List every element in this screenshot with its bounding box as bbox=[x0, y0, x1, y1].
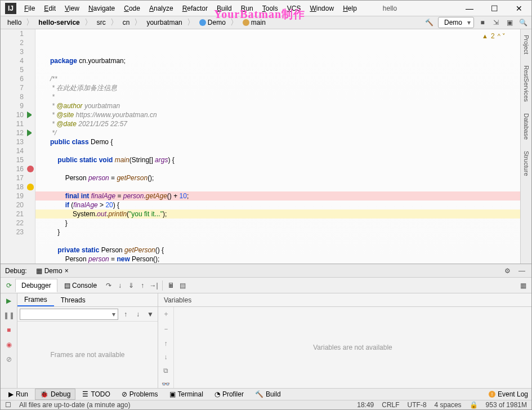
minimize-button[interactable]: — bbox=[457, 1, 482, 16]
menu-navigate[interactable]: Navigate bbox=[85, 3, 118, 14]
code-line-14[interactable]: Person person = getPerson(); bbox=[50, 173, 520, 182]
gutter-line-3[interactable]: 3 bbox=[1, 47, 35, 56]
line-separator[interactable]: CRLF bbox=[382, 401, 399, 409]
gutter-line-18[interactable]: 18 bbox=[1, 182, 35, 191]
step-out-icon[interactable]: ↑ bbox=[137, 280, 147, 291]
gutter-line-6[interactable]: 6 bbox=[1, 74, 35, 83]
breadcrumb-hello-service[interactable]: hello-service bbox=[35, 17, 83, 28]
stop-debug-icon[interactable]: ■ bbox=[4, 325, 14, 335]
console-tab[interactable]: ▤ Console bbox=[59, 279, 102, 292]
pause-icon[interactable]: ❚❚ bbox=[4, 310, 14, 320]
breadcrumb-src[interactable]: src bbox=[93, 17, 109, 28]
problems-tab[interactable]: ⊘ Problems bbox=[117, 389, 163, 399]
gutter-line-19[interactable]: 19 bbox=[1, 191, 35, 200]
run-gutter-icon[interactable] bbox=[27, 112, 34, 118]
code-line-20[interactable]: } bbox=[50, 228, 520, 237]
gutter-line-4[interactable]: 4 bbox=[1, 56, 35, 65]
code-line-3[interactable]: /** bbox=[50, 74, 520, 83]
menu-code[interactable]: Code bbox=[120, 3, 144, 14]
breakpoint-icon[interactable] bbox=[27, 166, 34, 172]
lock-icon[interactable]: 🔒 bbox=[470, 401, 478, 409]
gutter-line-7[interactable]: 7 bbox=[1, 83, 35, 92]
code-line-8[interactable]: * @date 2021/1/25 22:57 bbox=[50, 119, 520, 128]
code-line-1[interactable]: package cn.yourbatman; bbox=[50, 56, 520, 65]
menu-help[interactable]: Help bbox=[339, 3, 360, 14]
attach-icon[interactable]: ⇲ bbox=[491, 17, 501, 28]
gutter-line-17[interactable]: 17 bbox=[1, 173, 35, 182]
filter-icon[interactable]: ▼ bbox=[145, 309, 155, 319]
up-watch-icon[interactable]: ↑ bbox=[164, 340, 168, 347]
close-button[interactable]: ✕ bbox=[507, 1, 531, 16]
debugger-tab[interactable]: Debugger bbox=[15, 279, 57, 292]
breakpoints-icon[interactable]: ◉ bbox=[4, 340, 14, 350]
frames-subtab[interactable]: Frames bbox=[17, 294, 54, 306]
status-toggle-icon[interactable]: ☐ bbox=[5, 401, 11, 409]
caret-position[interactable]: 18:49 bbox=[357, 401, 374, 409]
force-step-icon[interactable]: ⇓ bbox=[126, 280, 136, 291]
menu-edit[interactable]: Edit bbox=[41, 3, 59, 14]
run-config-select[interactable]: Demo bbox=[438, 17, 474, 28]
next-frame-icon[interactable]: ↓ bbox=[133, 309, 143, 319]
step-into-icon[interactable]: ↓ bbox=[115, 280, 125, 291]
gutter-line-13[interactable]: 13 bbox=[1, 137, 35, 146]
breadcrumb-hello[interactable]: hello bbox=[4, 17, 25, 28]
code-line-4[interactable]: * 在此处添加备注信息 bbox=[50, 83, 520, 92]
memory-indicator[interactable]: 953 of 1981M bbox=[486, 401, 527, 409]
debug-tab[interactable]: 🐞 Debug bbox=[35, 389, 75, 400]
toolwindow-structure[interactable]: Structure bbox=[523, 151, 530, 176]
gutter-line-15[interactable]: 15 bbox=[1, 155, 35, 164]
code-line-21[interactable] bbox=[50, 237, 520, 246]
resume-icon[interactable]: ▶ bbox=[4, 296, 14, 306]
menu-file[interactable]: File bbox=[21, 3, 38, 14]
indent[interactable]: 4 spaces bbox=[435, 401, 462, 409]
code-line-12[interactable]: public static void main(String[] args) { bbox=[50, 155, 520, 164]
gutter-line-16[interactable]: 16 bbox=[1, 164, 35, 173]
menu-view[interactable]: View bbox=[61, 3, 83, 14]
rerun-icon[interactable]: ⟳ bbox=[4, 280, 14, 291]
code-line-23[interactable]: Person person = new Person(); bbox=[50, 255, 520, 264]
add-watch-icon[interactable]: ＋ bbox=[163, 309, 169, 319]
gutter-line-5[interactable]: 5 bbox=[1, 65, 35, 74]
code-line-7[interactable]: * @site https://www.yourbatman.cn bbox=[50, 110, 520, 119]
gutter-line-1[interactable]: 1 bbox=[1, 29, 35, 38]
inspection-badge[interactable]: ▲ 2 ^ ˅ bbox=[482, 32, 506, 41]
run-to-cursor-icon[interactable]: →| bbox=[149, 280, 159, 291]
code-line-19[interactable]: } bbox=[50, 219, 520, 228]
copy-icon[interactable]: ⧉ bbox=[163, 367, 168, 375]
gutter-line-23[interactable]: 23 bbox=[1, 228, 35, 237]
mute-bp-icon[interactable]: ⊘ bbox=[4, 354, 14, 364]
gutter-line-22[interactable]: 22 bbox=[1, 219, 35, 228]
debug-run-tab[interactable]: ▦ Demo × bbox=[32, 266, 73, 276]
glasses-icon[interactable]: 👓 bbox=[162, 380, 170, 388]
code-line-11[interactable] bbox=[50, 146, 520, 155]
down-watch-icon[interactable]: ↓ bbox=[164, 353, 168, 361]
gutter-line-14[interactable]: 14 bbox=[1, 146, 35, 155]
toolwindow-project[interactable]: Project bbox=[523, 35, 530, 54]
terminal-tab[interactable]: ▣ Terminal bbox=[165, 389, 208, 399]
breadcrumb-yourbatman[interactable]: yourbatman bbox=[143, 17, 185, 28]
step-over-icon[interactable]: ↷ bbox=[104, 280, 114, 291]
code-line-5[interactable]: * bbox=[50, 92, 520, 101]
hide-icon[interactable]: — bbox=[517, 266, 527, 276]
menu-window[interactable]: Window bbox=[306, 3, 337, 14]
menu-refactor[interactable]: Refactor bbox=[179, 3, 211, 14]
code-line-17[interactable]: if (finalAge > 20) { bbox=[50, 200, 520, 210]
intention-bulb-icon[interactable] bbox=[27, 184, 34, 190]
code-line-10[interactable]: public class Demo { bbox=[50, 137, 520, 146]
run-tab[interactable]: ▶ Run bbox=[4, 389, 33, 399]
gutter-line-20[interactable]: 20 bbox=[1, 200, 35, 210]
threads-subtab[interactable]: Threads bbox=[54, 295, 92, 306]
code-line-9[interactable]: */ bbox=[50, 128, 520, 137]
build-tab[interactable]: 🔨 Build bbox=[251, 389, 285, 399]
code-line-6[interactable]: * @author yourbatman bbox=[50, 101, 520, 110]
remove-watch-icon[interactable]: － bbox=[163, 324, 169, 334]
stop-icon[interactable]: ■ bbox=[477, 17, 488, 28]
code-line-13[interactable] bbox=[50, 164, 520, 173]
prev-frame-icon[interactable]: ↑ bbox=[120, 309, 131, 319]
encoding[interactable]: UTF-8 bbox=[408, 401, 427, 409]
gutter-line-8[interactable]: 8 bbox=[1, 92, 35, 101]
code-line-16[interactable]: final int finalAge = person.getAge() + 1… bbox=[35, 191, 520, 200]
gutter-line-10[interactable]: 10 bbox=[1, 110, 35, 119]
event-log-tab[interactable]: ! Event Log bbox=[489, 390, 528, 398]
gutter-line-12[interactable]: 12 bbox=[1, 128, 35, 137]
